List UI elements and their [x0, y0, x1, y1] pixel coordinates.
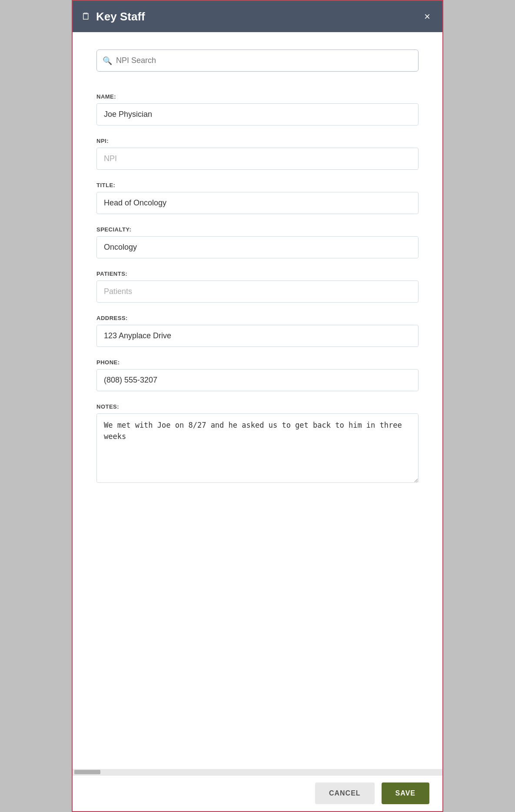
horizontal-scrollbar — [73, 769, 442, 775]
document-icon: 🗒 — [81, 11, 91, 22]
modal-container: 🗒 Key Staff × 🔍 NAME: NPI: TITLE: SPECIA — [72, 0, 443, 812]
title-group: TITLE: — [96, 182, 419, 214]
phone-group: PHONE: — [96, 359, 419, 391]
address-label: ADDRESS: — [96, 315, 419, 321]
name-label: NAME: — [96, 93, 419, 100]
specialty-group: SPECIALTY: — [96, 226, 419, 258]
title-input[interactable] — [96, 192, 419, 214]
modal-header: 🗒 Key Staff × — [73, 1, 442, 32]
notes-textarea[interactable] — [96, 413, 419, 483]
specialty-input[interactable] — [96, 236, 419, 258]
patients-label: PATIENTS: — [96, 271, 419, 277]
npi-label: NPI: — [96, 138, 419, 144]
modal-body: 🔍 NAME: NPI: TITLE: SPECIALTY: PATIENTS: — [73, 32, 442, 769]
search-icon: 🔍 — [103, 56, 112, 66]
patients-input[interactable] — [96, 281, 419, 303]
name-group: NAME: — [96, 93, 419, 125]
patients-group: PATIENTS: — [96, 271, 419, 303]
notes-group: NOTES: — [96, 403, 419, 485]
npi-input[interactable] — [96, 148, 419, 170]
phone-label: PHONE: — [96, 359, 419, 366]
phone-input[interactable] — [96, 369, 419, 391]
address-input[interactable] — [96, 325, 419, 347]
name-input[interactable] — [96, 103, 419, 125]
header-left: 🗒 Key Staff — [81, 10, 145, 23]
npi-group: NPI: — [96, 138, 419, 170]
cancel-button[interactable]: CANCEL — [315, 782, 375, 804]
title-label: TITLE: — [96, 182, 419, 188]
modal-footer: CANCEL SAVE — [73, 775, 442, 811]
save-button[interactable]: SAVE — [382, 782, 429, 804]
address-group: ADDRESS: — [96, 315, 419, 347]
modal-title: Key Staff — [96, 10, 145, 23]
notes-label: NOTES: — [96, 403, 419, 410]
horizontal-scrollbar-thumb — [74, 770, 100, 774]
close-button[interactable]: × — [421, 10, 434, 23]
search-container: 🔍 — [96, 50, 419, 72]
npi-search-input[interactable] — [96, 50, 419, 72]
specialty-label: SPECIALTY: — [96, 226, 419, 233]
